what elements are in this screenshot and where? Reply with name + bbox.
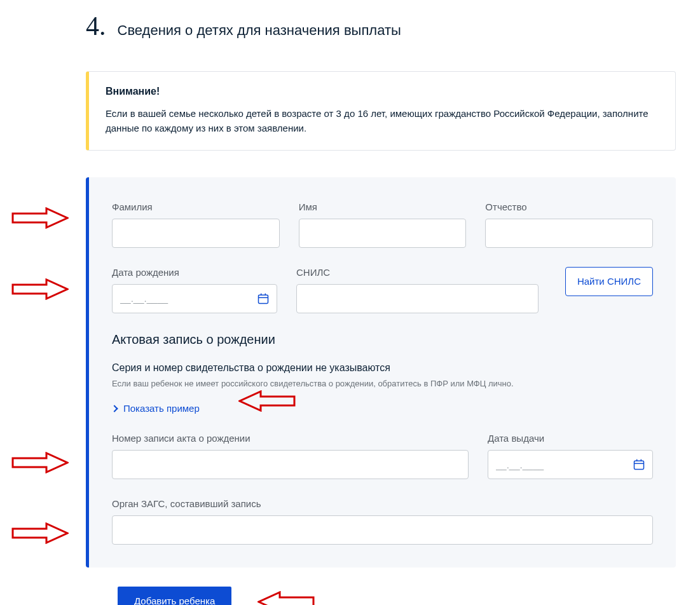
section-title: Сведения о детях для назначения выплаты bbox=[118, 22, 401, 39]
name-label: Имя bbox=[299, 201, 467, 212]
section-number: 4. bbox=[86, 13, 106, 39]
birthdate-input[interactable] bbox=[112, 284, 277, 313]
calendar-icon[interactable] bbox=[257, 292, 270, 305]
find-snils-button[interactable]: Найти СНИЛС bbox=[565, 267, 653, 296]
patronymic-label: Отчество bbox=[485, 201, 653, 212]
section-header: 4. Сведения о детях для назначения выпла… bbox=[86, 13, 676, 39]
annotation-arrow bbox=[11, 452, 69, 473]
birthdate-label: Дата рождения bbox=[112, 267, 277, 278]
name-input[interactable] bbox=[299, 219, 467, 248]
birth-record-heading: Актовая запись о рождении bbox=[112, 332, 653, 347]
child-form-block: Фамилия Имя Отчество Дата рождения bbox=[86, 177, 676, 568]
chevron-right-icon bbox=[111, 405, 118, 412]
annotation-arrow bbox=[11, 278, 69, 300]
svg-rect-0 bbox=[259, 295, 268, 303]
show-example-link[interactable]: Показать пример bbox=[112, 403, 200, 414]
show-example-label: Показать пример bbox=[123, 403, 200, 414]
annotation-arrow bbox=[11, 207, 69, 229]
issue-date-label: Дата выдачи bbox=[488, 433, 653, 444]
zags-organ-input[interactable] bbox=[112, 515, 653, 545]
calendar-icon[interactable] bbox=[633, 458, 645, 471]
snils-label: СНИЛС bbox=[296, 267, 539, 278]
record-number-input[interactable] bbox=[112, 450, 469, 479]
surname-input[interactable] bbox=[112, 219, 280, 248]
warning-text: Если в вашей семье несколько детей в воз… bbox=[106, 106, 659, 136]
svg-rect-4 bbox=[635, 461, 644, 469]
zags-organ-label: Орган ЗАГС, составивший запись bbox=[112, 498, 653, 509]
annotation-arrow bbox=[11, 522, 69, 544]
snils-input[interactable] bbox=[296, 284, 539, 313]
record-number-label: Номер записи акта о рождении bbox=[112, 433, 469, 444]
surname-label: Фамилия bbox=[112, 201, 280, 212]
add-child-button[interactable]: Добавить ребенка bbox=[118, 587, 231, 605]
issue-date-input[interactable] bbox=[488, 450, 653, 479]
warning-box: Внимание! Если в вашей семье несколько д… bbox=[86, 71, 676, 151]
birth-record-note2: Если ваш ребенок не имеет российского св… bbox=[112, 379, 653, 388]
patronymic-input[interactable] bbox=[485, 219, 653, 248]
warning-title: Внимание! bbox=[106, 86, 659, 97]
birth-record-note1: Серия и номер свидетельства о рождении н… bbox=[112, 362, 653, 374]
